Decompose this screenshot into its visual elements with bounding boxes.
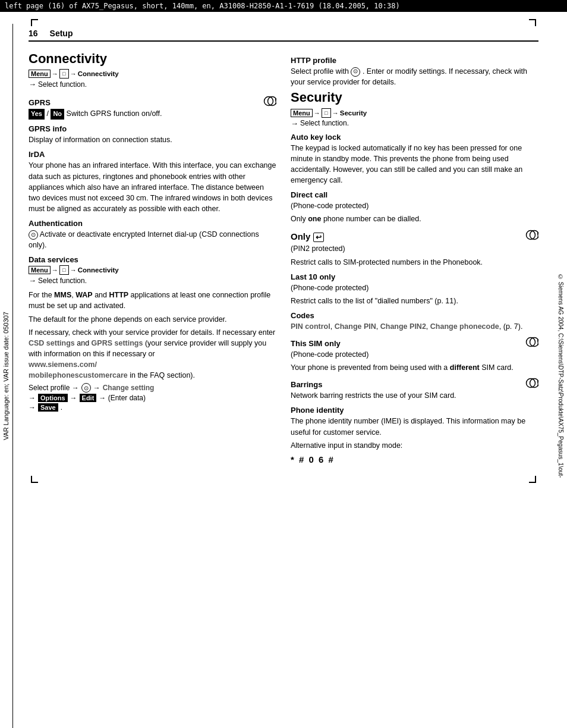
last-10-line1: (Phone-code protected) bbox=[291, 283, 538, 293]
data-services-para2: The default for the phone depends on eac… bbox=[29, 314, 276, 325]
last-10-title: Last 10 only bbox=[291, 272, 538, 281]
only-line1: (PIN2 protected) bbox=[291, 243, 538, 254]
options-row: → Options → Edit → (Enter data) bbox=[29, 394, 276, 402]
menu-box-2: Menu bbox=[29, 266, 51, 274]
only-header-row: Only ↩ ! bbox=[291, 227, 538, 243]
direct-call-title: Direct call bbox=[291, 190, 538, 199]
direct-call-line1: (Phone-code protected) bbox=[291, 200, 538, 211]
barrings-header-row: Barrings ! bbox=[291, 375, 538, 390]
this-sim-line2: Your phone is prevented from being used … bbox=[291, 362, 538, 373]
only-icon-section: Only ↩ ! (PIN2 protected) Restrict calls… bbox=[291, 227, 538, 267]
barrings-section: Barrings ! Network barring restricts the… bbox=[291, 375, 538, 401]
page-header: 16 Setup bbox=[29, 29, 538, 42]
only-line2: Restrict calls to SIM-protected numbers … bbox=[291, 257, 538, 268]
gprs-title: GPRS bbox=[29, 98, 51, 107]
gprs-info-text: Display of information on connection sta… bbox=[29, 134, 276, 145]
connectivity-nav: Menu → □ → Connectivity bbox=[29, 69, 276, 79]
phone-identity-para1: The phone identity number (IMEI) is disp… bbox=[291, 416, 538, 437]
two-column-layout: Connectivity Menu → □ → Connectivity → S… bbox=[29, 51, 538, 469]
only-warning-icon: ! bbox=[525, 230, 538, 240]
gprs-section: GPRS ! Yes / No Switch GPRS function on/… bbox=[29, 93, 276, 120]
top-bar-text: left page (16) of AX75_Pegasus, short, 1… bbox=[5, 2, 400, 10]
barrings-title: Barrings bbox=[291, 380, 322, 389]
barrings-text: Network barring restricts the use of you… bbox=[291, 390, 538, 401]
auto-key-lock-text: The keypad is locked automatically if no… bbox=[291, 143, 538, 186]
security-nav: Menu → □ → Security bbox=[291, 108, 538, 118]
connectivity-section: Connectivity Menu → □ → Connectivity → S… bbox=[29, 51, 276, 412]
gprs-info-title: GPRS info bbox=[29, 124, 276, 133]
security-select: → Select function. bbox=[291, 119, 538, 128]
svg-text:!: ! bbox=[537, 231, 538, 239]
corner-tr bbox=[529, 19, 536, 26]
profile-row: Select profile → ⊙ → Change setting bbox=[29, 383, 276, 393]
page-title: Setup bbox=[50, 29, 73, 38]
svg-text:!: ! bbox=[537, 338, 538, 346]
yes-box: Yes bbox=[29, 109, 45, 120]
phone-identity-para2: Alternative input in standby mode: bbox=[291, 440, 538, 451]
connectivity-select: → Select function. bbox=[29, 80, 276, 89]
only-title: Only ↩ bbox=[291, 231, 324, 242]
irda-title: IrDA bbox=[29, 150, 276, 159]
page-number: 16 bbox=[29, 29, 38, 38]
http-profile-title: HTTP profile bbox=[291, 56, 538, 65]
direct-call-section: Direct call (Phone-code protected) Only … bbox=[291, 190, 538, 224]
codes-section: Codes PIN control, Change PIN, Change PI… bbox=[291, 311, 538, 332]
codes-text: PIN control, Change PIN, Change PIN2, Ch… bbox=[291, 321, 538, 332]
phone-identity-title: Phone identity bbox=[291, 406, 538, 415]
this-sim-warning-icon: ! bbox=[525, 337, 538, 347]
irda-text: Your phone has an infrared interface. Wi… bbox=[29, 160, 276, 214]
direct-call-line2: Only one phone number can be dialled. bbox=[291, 214, 538, 224]
data-services-select: → Select function. bbox=[29, 276, 276, 285]
edit-btn[interactable]: Edit bbox=[80, 394, 97, 402]
auth-text: ⊙ Activate or deactivate encrypted Inter… bbox=[29, 229, 276, 250]
left-column: Connectivity Menu → □ → Connectivity → S… bbox=[29, 51, 276, 469]
circle-nav-icon: ⊙ bbox=[29, 230, 38, 240]
auth-title: Authentication bbox=[29, 219, 276, 228]
gprs-warning-icon: ! bbox=[263, 96, 276, 106]
phone-identity-code: * # 0 6 # bbox=[291, 453, 538, 466]
nav-square-2: □ bbox=[59, 265, 69, 275]
side-label-left-text: VAR Language: en; VAR issue date: 050307 bbox=[2, 312, 10, 440]
circle-nav-3: ⊙ bbox=[351, 67, 360, 77]
barrings-warning-icon: ! bbox=[525, 378, 538, 388]
gprs-info-section: GPRS info Display of information on conn… bbox=[29, 124, 276, 145]
gprs-header-row: GPRS ! bbox=[29, 93, 276, 108]
data-services-section: Data services Menu → □ → Connectivity → … bbox=[29, 255, 276, 412]
options-btn[interactable]: Options bbox=[38, 394, 68, 402]
no-box: No bbox=[51, 109, 64, 120]
save-row: → Save . bbox=[29, 403, 276, 412]
last-10-section: Last 10 only (Phone-code protected) Rest… bbox=[291, 272, 538, 306]
authentication-section: Authentication ⊙ Activate or deactivate … bbox=[29, 219, 276, 250]
side-label-left: VAR Language: en; VAR issue date: 050307 bbox=[0, 24, 13, 728]
irda-section: IrDA Your phone has an infrared interfac… bbox=[29, 150, 276, 214]
circle-nav-2: ⊙ bbox=[81, 383, 91, 393]
save-btn[interactable]: Save bbox=[38, 403, 58, 412]
menu-box: Menu bbox=[29, 70, 51, 78]
nav-square-3: □ bbox=[322, 108, 331, 118]
side-label-right-text: © Siemens AG 2004, C:\Siemens\DTP-Satz\P… bbox=[557, 274, 565, 478]
data-services-para3: If necessary, check with your service pr… bbox=[29, 327, 276, 381]
security-section: Security Menu → □ → Security → Select fu… bbox=[291, 90, 538, 466]
this-sim-header-row: This SIM only ! bbox=[291, 334, 538, 349]
http-profile-text: Select profile with ⊙ . Enter or modify … bbox=[291, 66, 538, 87]
data-services-nav: Menu → □ → Connectivity bbox=[29, 265, 276, 275]
phone-identity-section: Phone identity The phone identity number… bbox=[291, 406, 538, 466]
main-content: 16 Setup Connectivity Menu → □ → Connect… bbox=[17, 12, 550, 490]
security-title: Security bbox=[291, 90, 538, 105]
only-fwd-icon: ↩ bbox=[313, 233, 324, 242]
data-services-title: Data services bbox=[29, 255, 276, 264]
side-label-right: © Siemens AG 2004, C:\Siemens\DTP-Satz\P… bbox=[554, 24, 567, 728]
menu-box-3: Menu bbox=[291, 109, 313, 117]
top-bar: left page (16) of AX75_Pegasus, short, 1… bbox=[0, 0, 567, 12]
connectivity-title: Connectivity bbox=[29, 51, 276, 67]
top-corner-marks bbox=[29, 19, 538, 26]
auto-key-lock-title: Auto key lock bbox=[291, 133, 538, 142]
this-sim-section: This SIM only ! (Phone-code protected) Y… bbox=[291, 334, 538, 373]
bottom-corner-marks bbox=[29, 476, 538, 483]
corner-tl bbox=[31, 19, 38, 26]
svg-text:!: ! bbox=[275, 98, 276, 105]
gprs-text: Yes / No Switch GPRS function on/off. bbox=[29, 108, 276, 120]
http-profile-section: HTTP profile Select profile with ⊙ . Ent… bbox=[291, 56, 538, 87]
auto-key-lock-section: Auto key lock The keypad is locked autom… bbox=[291, 133, 538, 186]
corner-bl bbox=[31, 476, 38, 483]
